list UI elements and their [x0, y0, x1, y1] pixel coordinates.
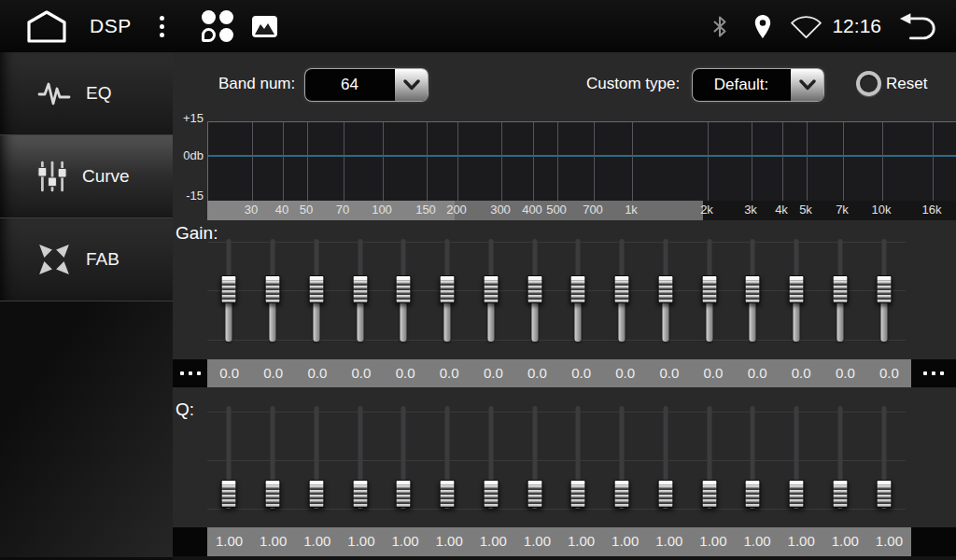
slider-thumb[interactable] — [657, 480, 673, 508]
slider-thumb[interactable] — [657, 275, 673, 303]
gain-slider-7[interactable] — [479, 233, 503, 359]
slider-track — [271, 406, 275, 483]
slider-track — [401, 406, 406, 483]
slider-thumb[interactable] — [265, 275, 281, 303]
apps-clover-icon[interactable] — [202, 10, 233, 42]
slider-track — [488, 239, 493, 279]
slider-track — [532, 239, 537, 279]
gain-scroll-right-button[interactable] — [911, 359, 956, 387]
slider-thumb[interactable] — [789, 480, 805, 508]
slider-track — [314, 406, 318, 483]
gain-slider-8[interactable] — [523, 233, 547, 359]
q-slider-12[interactable] — [697, 406, 722, 511]
slider-track — [837, 406, 842, 483]
band-num-dropdown[interactable]: 64 — [305, 69, 428, 101]
slider-thumb[interactable] — [570, 275, 586, 303]
gain-slider-4[interactable] — [348, 233, 373, 359]
slider-thumb[interactable] — [614, 480, 630, 508]
overflow-menu-icon[interactable] — [156, 12, 168, 41]
sidebar: EQ Curve FAB — [0, 52, 173, 560]
frequency-axis: 304050701001502003004005007001k2k3k4k5k7… — [173, 201, 956, 220]
chevron-down-icon[interactable] — [790, 69, 823, 101]
slider-thumb[interactable] — [876, 275, 892, 303]
slider-thumb[interactable] — [221, 275, 237, 303]
waveform-icon — [37, 79, 71, 107]
slider-thumb[interactable] — [789, 275, 805, 303]
slider-thumb[interactable] — [440, 275, 456, 303]
q-slider-15[interactable] — [828, 406, 852, 511]
slider-thumb[interactable] — [527, 480, 542, 508]
gain-slider-2[interactable] — [260, 233, 285, 359]
slider-thumb[interactable] — [832, 275, 848, 303]
q-slider-4[interactable] — [348, 406, 373, 511]
q-slider-11[interactable] — [654, 406, 678, 511]
sidebar-item-fab[interactable]: FAB — [0, 218, 173, 301]
chevron-down-icon[interactable] — [394, 69, 428, 101]
gain-slider-10[interactable] — [610, 233, 634, 359]
reset-radio[interactable] — [856, 71, 881, 96]
q-slider-3[interactable] — [304, 406, 329, 511]
q-slider-1[interactable] — [217, 406, 241, 511]
gain-slider-14[interactable] — [784, 233, 808, 359]
slider-thumb[interactable] — [745, 275, 761, 303]
q-slider-5[interactable] — [391, 406, 415, 511]
back-icon[interactable] — [898, 12, 939, 41]
slider-thumb[interactable] — [265, 480, 281, 508]
slider-thumb[interactable] — [745, 480, 761, 508]
freq-tick-label: 200 — [446, 203, 467, 217]
q-slider-8[interactable] — [523, 406, 547, 511]
q-value: 1.00 — [428, 527, 471, 556]
slider-thumb[interactable] — [352, 480, 368, 508]
slider-thumb[interactable] — [876, 480, 892, 508]
slider-track — [794, 299, 800, 342]
slider-thumb[interactable] — [483, 275, 499, 303]
q-slider-2[interactable] — [260, 406, 285, 511]
gain-slider-11[interactable] — [654, 233, 678, 359]
gain-slider-13[interactable] — [740, 233, 765, 359]
slider-thumb[interactable] — [352, 275, 368, 303]
custom-type-dropdown[interactable]: Default: — [693, 69, 823, 101]
sidebar-item-curve[interactable]: Curve — [0, 135, 173, 218]
slider-track — [271, 239, 275, 279]
slider-thumb[interactable] — [396, 275, 412, 303]
q-slider-9[interactable] — [566, 406, 590, 511]
gain-slider-15[interactable] — [828, 233, 852, 359]
q-slider-14[interactable] — [784, 406, 808, 511]
slider-thumb[interactable] — [527, 275, 542, 303]
slider-track — [532, 406, 537, 483]
q-slider-13[interactable] — [740, 406, 765, 511]
gain-slider-3[interactable] — [304, 233, 329, 359]
sidebar-item-eq[interactable]: EQ — [0, 52, 173, 135]
slider-thumb[interactable] — [832, 480, 848, 508]
freq-tick-label: 40 — [275, 203, 288, 217]
slider-thumb[interactable] — [701, 275, 717, 303]
slider-thumb[interactable] — [483, 480, 499, 508]
slider-thumb[interactable] — [570, 480, 586, 508]
gridline — [594, 122, 595, 201]
slider-thumb[interactable] — [308, 480, 324, 508]
freq-tick-label: 4k — [775, 203, 788, 217]
slider-thumb[interactable] — [614, 275, 630, 303]
q-slider-10[interactable] — [610, 406, 634, 511]
q-slider-6[interactable] — [435, 406, 459, 511]
gain-slider-16[interactable] — [872, 233, 896, 359]
q-value: 1.00 — [515, 527, 559, 556]
gain-slider-9[interactable] — [566, 233, 590, 359]
gain-slider-5[interactable] — [391, 233, 415, 359]
band-num-value: 64 — [305, 69, 394, 101]
gain-scroll-left-button[interactable] — [173, 359, 207, 387]
slider-thumb[interactable] — [396, 480, 412, 508]
home-icon[interactable] — [24, 9, 69, 43]
slider-thumb[interactable] — [440, 480, 456, 508]
q-slider-7[interactable] — [479, 406, 503, 511]
q-row-left-box — [173, 527, 207, 556]
slider-track — [227, 239, 232, 279]
gain-slider-12[interactable] — [697, 233, 722, 359]
gallery-icon[interactable] — [252, 16, 277, 37]
gain-slider-1[interactable] — [217, 233, 241, 359]
slider-thumb[interactable] — [308, 275, 324, 303]
slider-thumb[interactable] — [701, 480, 717, 508]
slider-thumb[interactable] — [221, 480, 237, 508]
q-slider-16[interactable] — [872, 406, 896, 511]
gain-slider-6[interactable] — [435, 233, 459, 359]
